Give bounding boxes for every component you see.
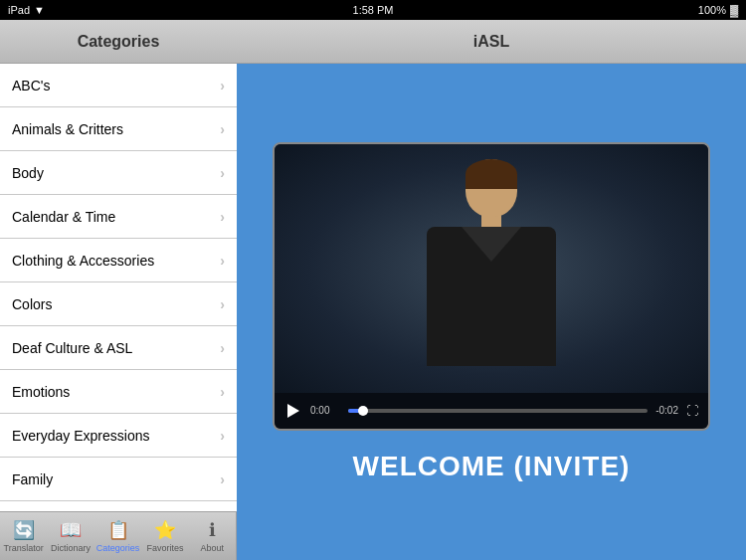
chevron-icon-colors: › [220, 296, 225, 312]
progress-bar[interactable] [348, 409, 648, 413]
status-right: 100% ▓ [698, 4, 738, 16]
panel-title: iASL [473, 33, 509, 51]
sidebar-title: Categories [78, 33, 160, 51]
sidebar-item-colors[interactable]: Colors › [0, 282, 237, 326]
sidebar-item-label-clothing-accessories: Clothing & Accessories [12, 253, 154, 269]
sidebar-item-emotions[interactable]: Emotions › [0, 370, 237, 414]
chevron-icon-animals-critters: › [220, 121, 225, 137]
tab-icon-categories: 📋 [107, 519, 129, 541]
tab-item-categories[interactable]: 📋 Categories [94, 512, 141, 561]
wifi-icon: ▼ [34, 4, 45, 16]
video-time-end: -0:02 [655, 405, 678, 416]
content-panel: iASL [237, 20, 746, 560]
tab-label-categories: Categories [96, 543, 140, 553]
sidebar-item-label-colors: Colors [12, 296, 52, 312]
chevron-icon-body: › [220, 165, 225, 181]
status-time: 1:58 PM [353, 4, 394, 16]
chevron-icon-everyday-expressions: › [220, 428, 225, 444]
sidebar-header: Categories [0, 20, 237, 64]
tab-label-about: About [201, 543, 225, 553]
main-area: Categories ABC's › Animals & Critters › … [0, 20, 746, 560]
sidebar-item-deaf-culture-asl[interactable]: Deaf Culture & ASL › [0, 326, 237, 370]
tab-icon-favorites: ⭐ [154, 519, 176, 541]
video-frame [275, 144, 708, 393]
sidebar-item-calendar-time[interactable]: Calendar & Time › [0, 195, 237, 239]
video-time: 0:00 [310, 405, 340, 416]
tab-item-dictionary[interactable]: 📖 Dictionary [47, 512, 93, 561]
sidebar-item-label-emotions: Emotions [12, 384, 70, 400]
sidebar-item-label-deaf-culture-asl: Deaf Culture & ASL [12, 340, 132, 356]
battery-label: 100% [698, 4, 726, 16]
chevron-icon-clothing-accessories: › [220, 253, 225, 269]
chevron-icon-family: › [220, 471, 225, 487]
app-wrapper: iPad ▼ 1:58 PM 100% ▓ Categories ABC's ›… [0, 0, 746, 560]
chevron-icon-deaf-culture-asl: › [220, 340, 225, 356]
tab-item-favorites[interactable]: ⭐ Favorites [141, 512, 188, 561]
sidebar-item-body[interactable]: Body › [0, 151, 237, 195]
left-column: Categories ABC's › Animals & Critters › … [0, 20, 237, 560]
sidebar-item-family[interactable]: Family › [0, 458, 237, 501]
tab-label-translator: Translator [4, 543, 44, 553]
tab-label-favorites: Favorites [146, 543, 183, 553]
tab-icon-dictionary: 📖 [60, 519, 82, 541]
sidebar-item-label-everyday-expressions: Everyday Expressions [12, 428, 150, 444]
fullscreen-button[interactable]: ⛶ [686, 404, 698, 418]
progress-dot [358, 406, 368, 416]
sidebar-item-label-body: Body [12, 165, 44, 181]
person-body [427, 227, 556, 366]
person-figure [412, 159, 571, 378]
sidebar-item-label-animals-critters: Animals & Critters [12, 121, 123, 137]
sidebar-item-label-abcs: ABC's [12, 78, 50, 93]
tab-bar-items: 🔄 Translator 📖 Dictionary 📋 Categories ⭐… [0, 512, 236, 561]
sidebar-item-everyday-expressions[interactable]: Everyday Expressions › [0, 414, 237, 458]
play-button[interactable] [284, 402, 302, 420]
video-controls: 0:00 -0:02 ⛶ [275, 393, 708, 429]
sidebar-item-food-drink[interactable]: Food & Drink › [0, 501, 237, 511]
panel-header: iASL [237, 20, 746, 64]
video-container: 0:00 -0:02 ⛶ [273, 142, 710, 431]
status-left: iPad ▼ [8, 4, 45, 16]
video-title: WELCOME (INVITE) [353, 451, 631, 482]
play-icon [287, 404, 299, 418]
tab-bar: 🔄 Translator 📖 Dictionary 📋 Categories ⭐… [0, 511, 237, 560]
sidebar-item-abcs[interactable]: ABC's › [0, 64, 237, 107]
sidebar-item-animals-critters[interactable]: Animals & Critters › [0, 107, 237, 151]
chevron-icon-emotions: › [220, 384, 225, 400]
sidebar-list: ABC's › Animals & Critters › Body › Cale… [0, 64, 237, 511]
sidebar-item-label-family: Family [12, 471, 53, 487]
tab-icon-about: ℹ [209, 519, 216, 541]
carrier-label: iPad [8, 4, 30, 16]
tab-icon-translator: 🔄 [13, 519, 35, 541]
tab-item-translator[interactable]: 🔄 Translator [0, 512, 47, 561]
status-bar: iPad ▼ 1:58 PM 100% ▓ [0, 0, 746, 20]
person-head [466, 159, 517, 217]
chevron-icon-abcs: › [220, 78, 225, 93]
chevron-icon-calendar-time: › [220, 209, 225, 225]
sidebar-item-label-calendar-time: Calendar & Time [12, 209, 115, 225]
battery-icon: ▓ [730, 4, 738, 16]
sidebar-item-clothing-accessories[interactable]: Clothing & Accessories › [0, 239, 237, 282]
tab-label-dictionary: Dictionary [51, 543, 91, 553]
person-hair [466, 159, 517, 189]
tab-item-about[interactable]: ℹ About [189, 512, 236, 561]
